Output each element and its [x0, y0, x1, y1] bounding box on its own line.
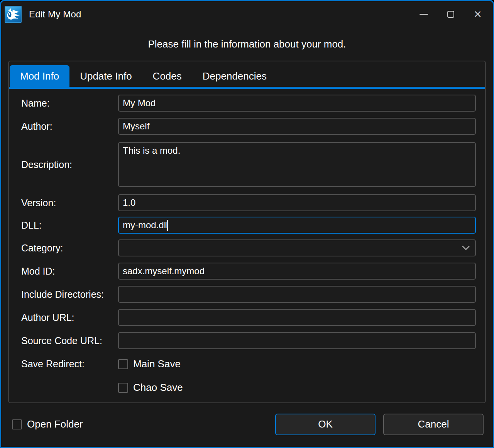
- instruction-text: Please fill in the information about you…: [1, 27, 493, 61]
- mod-id-field-row: Mod ID:: [9, 263, 476, 280]
- version-field-row: Version:: [9, 194, 476, 211]
- author-url-field-row: Author URL:: [9, 309, 476, 326]
- mod-info-groupbox: Mod Info Update Info Codes Dependencies …: [8, 61, 486, 403]
- dialog-footer: Open Folder OK Cancel: [1, 403, 493, 447]
- dll-label: DLL:: [9, 220, 118, 231]
- open-folder-label: Open Folder: [27, 418, 83, 430]
- mod-info-form: Name: Author: Description: This is a mod…: [9, 89, 485, 402]
- open-folder-option: Open Folder: [12, 418, 275, 430]
- footer-buttons: OK Cancel: [275, 414, 484, 435]
- ok-button[interactable]: OK: [275, 414, 376, 435]
- chevron-down-icon: [462, 246, 470, 250]
- include-dirs-label: Include Directories:: [9, 289, 118, 300]
- save-redirect-options: Main Save Chao Save: [118, 359, 476, 393]
- mod-id-label: Mod ID:: [9, 266, 118, 277]
- open-folder-checkbox[interactable]: [12, 419, 22, 429]
- chao-save-checkbox[interactable]: [118, 383, 128, 393]
- description-field-row: Description: This is a mod.: [9, 142, 476, 187]
- source-url-field-row: Source Code URL:: [9, 332, 476, 349]
- text-cursor: [167, 220, 168, 231]
- author-url-input[interactable]: [118, 309, 476, 326]
- edit-mod-dialog: Edit My Mod ✕ Please fill in the informa…: [0, 0, 494, 448]
- name-input[interactable]: [118, 95, 476, 112]
- author-field-row: Author:: [9, 118, 476, 135]
- sonic-icon: [5, 7, 21, 22]
- dll-field-row: DLL:: [9, 217, 476, 234]
- title-bar: Edit My Mod ✕: [1, 1, 493, 27]
- name-field-row: Name:: [9, 95, 476, 112]
- main-save-label: Main Save: [133, 358, 181, 370]
- tab-dependencies[interactable]: Dependencies: [192, 65, 277, 87]
- minimize-button[interactable]: [419, 9, 429, 19]
- category-field-row: Category:: [9, 239, 476, 256]
- minimize-icon: [420, 14, 428, 15]
- author-input[interactable]: [118, 118, 476, 135]
- tab-mod-info[interactable]: Mod Info: [10, 65, 69, 87]
- main-save-option: Main Save: [118, 359, 476, 369]
- include-dirs-input[interactable]: [118, 286, 476, 303]
- author-label: Author:: [9, 121, 118, 132]
- tab-update-info[interactable]: Update Info: [69, 65, 142, 87]
- save-redirect-field-row: Save Redirect: Main Save Chao Save: [9, 359, 476, 393]
- version-label: Version:: [9, 197, 118, 209]
- save-redirect-label: Save Redirect:: [9, 359, 118, 369]
- maximize-button[interactable]: [446, 9, 456, 19]
- include-dirs-field-row: Include Directories:: [9, 286, 476, 303]
- close-icon: ✕: [474, 9, 482, 19]
- source-url-label: Source Code URL:: [9, 335, 118, 346]
- close-button[interactable]: ✕: [473, 9, 483, 19]
- category-label: Category:: [9, 243, 118, 254]
- mod-id-input[interactable]: [118, 263, 476, 280]
- dll-input[interactable]: [118, 217, 476, 234]
- window-title: Edit My Mod: [29, 9, 81, 20]
- cancel-button[interactable]: Cancel: [383, 414, 484, 435]
- dll-input-wrapper: [118, 217, 476, 234]
- tab-strip: Mod Info Update Info Codes Dependencies: [9, 61, 485, 89]
- category-dropdown[interactable]: [118, 239, 476, 256]
- version-input[interactable]: [118, 194, 476, 211]
- maximize-icon: [447, 11, 454, 18]
- sonic-app-icon: [5, 6, 22, 23]
- description-label: Description:: [9, 159, 118, 170]
- source-url-input[interactable]: [118, 332, 476, 349]
- description-input[interactable]: This is a mod.: [118, 142, 476, 187]
- chao-save-option: Chao Save: [118, 382, 476, 393]
- name-label: Name:: [9, 98, 118, 109]
- author-url-label: Author URL:: [9, 312, 118, 323]
- tab-codes[interactable]: Codes: [142, 65, 192, 87]
- chao-save-label: Chao Save: [133, 382, 183, 394]
- main-save-checkbox[interactable]: [118, 359, 128, 369]
- window-controls: ✕: [419, 9, 483, 19]
